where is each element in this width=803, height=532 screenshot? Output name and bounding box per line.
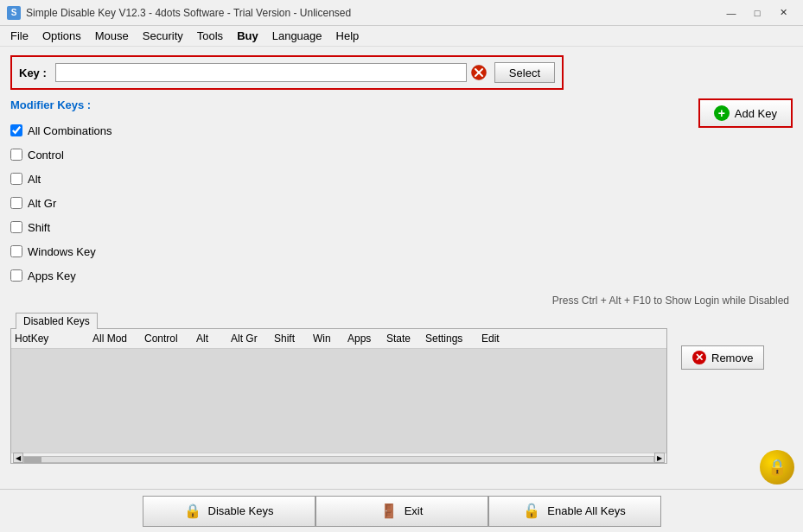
disabled-keys-row: HotKeyAll ModControlAltAlt GrShiftWinApp… bbox=[10, 328, 793, 464]
exit-icon: 🚪 bbox=[380, 503, 398, 519]
minimize-button[interactable]: — bbox=[718, 1, 744, 25]
modifier-label-6[interactable]: Apps Key bbox=[28, 269, 76, 282]
clear-icon bbox=[471, 65, 487, 80]
gold-lock-icon: 🔒 bbox=[760, 450, 794, 484]
select-button[interactable]: Select bbox=[494, 62, 555, 83]
h-scroll-track[interactable] bbox=[23, 456, 654, 463]
column-header-state: State bbox=[383, 331, 422, 346]
modifier-checkbox-6[interactable] bbox=[10, 269, 22, 282]
window-controls: — □ ✕ bbox=[718, 1, 796, 25]
exit-label: Exit bbox=[405, 504, 424, 517]
key-label: Key : bbox=[19, 66, 47, 79]
modifier-row-4: Shift bbox=[10, 217, 681, 238]
modifier-checkbox-5[interactable] bbox=[10, 245, 22, 257]
column-header-win: Win bbox=[309, 331, 344, 346]
modifier-label-1[interactable]: Control bbox=[28, 149, 64, 162]
enable-lock-icon: 🔓 bbox=[523, 503, 540, 519]
h-scroll-thumb[interactable] bbox=[24, 457, 41, 464]
column-header-apps: Apps bbox=[344, 331, 383, 346]
menu-item-language[interactable]: Language bbox=[265, 28, 329, 44]
add-key-button[interactable]: + Add Key bbox=[698, 98, 793, 128]
menu-item-buy[interactable]: Buy bbox=[230, 28, 265, 44]
column-header-settings: Settings bbox=[422, 331, 478, 346]
column-header-all-mod: All Mod bbox=[89, 331, 141, 346]
menu-item-help[interactable]: Help bbox=[329, 28, 366, 44]
scroll-left-arrow[interactable]: ◀ bbox=[13, 453, 23, 463]
horizontal-scrollbar[interactable]: ◀ ▶ bbox=[11, 453, 666, 463]
menu-item-security[interactable]: Security bbox=[136, 28, 190, 44]
scroll-right-arrow[interactable]: ▶ bbox=[654, 453, 665, 463]
hint-text: Press Ctrl + Alt + F10 to Show Login whi… bbox=[10, 294, 793, 307]
disabled-keys-section: Disabled Keys HotKeyAll ModControlAltAlt… bbox=[10, 312, 793, 464]
modifier-keys-section: Modifier Keys : All CombinationsControlA… bbox=[10, 98, 681, 289]
modifier-label-4[interactable]: Shift bbox=[28, 221, 50, 234]
modifier-label-0[interactable]: All Combinations bbox=[28, 124, 112, 137]
footer: 🔒 Disable Keys 🚪 Exit 🔓 Enable All Keys bbox=[0, 489, 803, 532]
modifier-checkbox-3[interactable] bbox=[10, 197, 22, 209]
column-header-alt-gr: Alt Gr bbox=[227, 331, 271, 346]
modifier-checkbox-4[interactable] bbox=[10, 221, 22, 233]
remove-label: Remove bbox=[711, 352, 753, 364]
remove-button[interactable]: ✕ Remove bbox=[681, 345, 764, 370]
key-input[interactable] bbox=[55, 63, 467, 82]
disabled-keys-title: Disabled Keys bbox=[16, 313, 98, 329]
main-content: Key : Select Modifier Keys : All Combina… bbox=[0, 47, 803, 472]
modifier-checkbox-1[interactable] bbox=[10, 149, 22, 161]
modifier-checkbox-2[interactable] bbox=[10, 173, 22, 185]
modifier-row-1: Control bbox=[10, 144, 681, 165]
menu-item-mouse[interactable]: Mouse bbox=[88, 28, 136, 44]
modifier-label-2[interactable]: Alt bbox=[28, 173, 41, 186]
modifier-row-3: Alt Gr bbox=[10, 193, 681, 213]
disable-keys-label: Disable Keys bbox=[208, 504, 274, 517]
modifier-row-5: Windows Key bbox=[10, 241, 681, 262]
close-button[interactable]: ✕ bbox=[770, 1, 796, 25]
green-plus-icon: + bbox=[714, 105, 730, 121]
modifier-row-0: All Combinations bbox=[10, 120, 681, 141]
table-body[interactable] bbox=[11, 349, 666, 453]
enable-all-keys-button[interactable]: 🔓 Enable All Keys bbox=[488, 496, 661, 527]
window-title: Simple Disable Key V12.3 - 4dots Softwar… bbox=[26, 7, 718, 19]
column-header-alt: Alt bbox=[193, 331, 227, 346]
modifier-keys-title: Modifier Keys : bbox=[10, 98, 91, 111]
maximize-button[interactable]: □ bbox=[744, 1, 770, 25]
disabled-keys-table: HotKeyAll ModControlAltAlt GrShiftWinApp… bbox=[10, 328, 667, 464]
column-header-edit: Edit bbox=[478, 331, 513, 346]
modifier-label-3[interactable]: Alt Gr bbox=[28, 197, 56, 210]
app-icon: S bbox=[7, 6, 21, 20]
menu-item-options[interactable]: Options bbox=[35, 28, 88, 44]
disable-keys-button[interactable]: 🔒 Disable Keys bbox=[143, 496, 315, 527]
titlebar: S Simple Disable Key V12.3 - 4dots Softw… bbox=[0, 0, 803, 26]
column-header-hotkey: HotKey bbox=[11, 331, 89, 346]
menu-item-file[interactable]: File bbox=[3, 28, 35, 44]
menubar: FileOptionsMouseSecurityToolsBuyLanguage… bbox=[0, 26, 803, 47]
modifier-checkboxes: All CombinationsControlAltAlt GrShiftWin… bbox=[10, 120, 681, 286]
red-x-icon: ✕ bbox=[692, 351, 706, 364]
exit-button[interactable]: 🚪 Exit bbox=[315, 496, 488, 527]
add-key-label: Add Key bbox=[735, 107, 777, 120]
menu-item-tools[interactable]: Tools bbox=[190, 28, 230, 44]
modifier-row-2: Alt bbox=[10, 168, 681, 189]
table-header: HotKeyAll ModControlAltAlt GrShiftWinApp… bbox=[11, 329, 666, 349]
disable-lock-icon: 🔒 bbox=[184, 503, 201, 519]
modifier-checkbox-0[interactable] bbox=[10, 124, 22, 136]
column-header-control: Control bbox=[141, 331, 193, 346]
enable-all-keys-label: Enable All Keys bbox=[547, 504, 625, 517]
modifier-row-6: Apps Key bbox=[10, 265, 681, 286]
clear-button[interactable] bbox=[470, 64, 488, 81]
key-row: Key : Select bbox=[10, 55, 564, 90]
modifier-label-5[interactable]: Windows Key bbox=[28, 245, 96, 258]
disabled-keys-right: ✕ Remove bbox=[667, 328, 764, 464]
column-header-shift: Shift bbox=[271, 331, 309, 346]
table-wrapper: HotKeyAll ModControlAltAlt GrShiftWinApp… bbox=[10, 328, 667, 464]
